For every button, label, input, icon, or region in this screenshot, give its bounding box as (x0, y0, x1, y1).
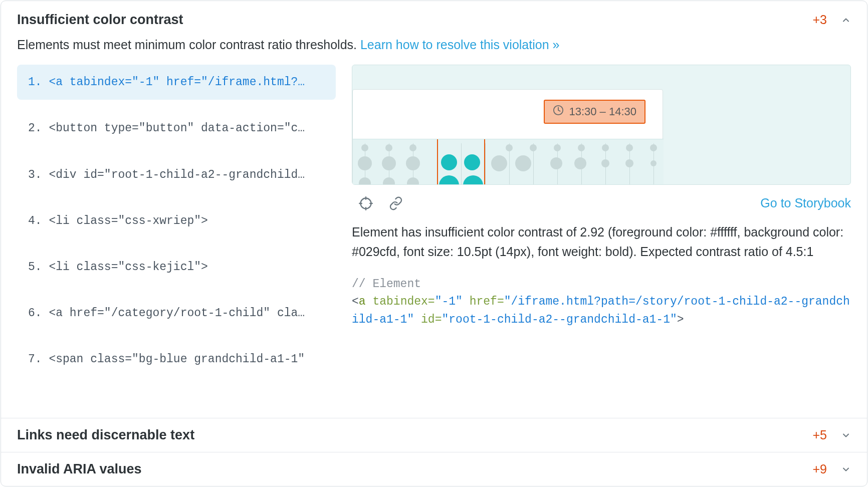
time-range-chip: 13:30 – 14:30 (544, 100, 645, 124)
clock-icon (553, 105, 564, 119)
violation-count: +3 (812, 13, 827, 27)
section-header-right: +3 (812, 13, 851, 27)
diagnostic-text: Element has insufficient color contrast … (352, 222, 851, 262)
timeline-graphic (353, 139, 664, 185)
violation-count: +5 (812, 428, 827, 442)
element-detail: 13:30 – 14:30 (352, 65, 851, 418)
element-preview: 13:30 – 14:30 (352, 65, 851, 185)
chevron-down-icon[interactable] (841, 464, 851, 474)
section-title: Invalid ARIA values (17, 461, 142, 477)
chevron-up-icon[interactable] (841, 15, 851, 25)
go-to-storybook-link[interactable]: Go to Storybook (760, 196, 851, 210)
element-item[interactable]: 6. <a href="/category/root-1-child" cla… (17, 296, 336, 331)
section-header-contrast[interactable]: Insufficient color contrast +3 (1, 1, 867, 33)
accessibility-panel: Insufficient color contrast +3 Elements … (1, 1, 867, 486)
section-description: Elements must meet minimum color contras… (1, 33, 867, 65)
element-item[interactable]: 7. <span class="bg-blue grandchild-a1-1" (17, 342, 336, 377)
element-item[interactable]: 5. <li class="css-kejicl"> (17, 250, 336, 285)
element-list: 1. <a tabindex="-1" href="/iframe.html?…… (17, 65, 336, 418)
preview-actions: Go to Storybook (352, 193, 851, 222)
preview-inner: 13:30 – 14:30 (352, 89, 663, 185)
element-item[interactable]: 2. <button type="button" data-action="c… (17, 111, 336, 146)
element-item[interactable]: 3. <div id="root-1-child-a2--grandchild… (17, 157, 336, 192)
learn-more-link[interactable]: Learn how to resolve this violation » (360, 38, 559, 52)
section-header-right: +9 (812, 462, 851, 476)
code-comment: // Element (352, 278, 421, 291)
violation-count: +9 (812, 462, 827, 476)
section-header-links[interactable]: Links need discernable text +5 (1, 418, 867, 452)
element-item[interactable]: 4. <li class="css-xwriep"> (17, 203, 336, 238)
time-range-label: 13:30 – 14:30 (569, 105, 636, 118)
section-header-aria[interactable]: Invalid ARIA values +9 (1, 452, 867, 486)
section-body: 1. <a tabindex="-1" href="/iframe.html?…… (1, 65, 867, 418)
target-icon[interactable] (359, 196, 373, 210)
section-title: Links need discernable text (17, 427, 194, 443)
link-icon[interactable] (389, 196, 403, 210)
action-icons (352, 196, 403, 210)
element-item[interactable]: 1. <a tabindex="-1" href="/iframe.html?… (17, 65, 336, 100)
element-source-code: // Element <a tabindex="-1" href="/ifram… (352, 276, 851, 329)
chevron-down-icon[interactable] (841, 430, 851, 440)
section-title: Insufficient color contrast (17, 12, 183, 28)
section-header-right: +5 (812, 428, 851, 442)
section-desc-text: Elements must meet minimum color contras… (17, 38, 357, 52)
